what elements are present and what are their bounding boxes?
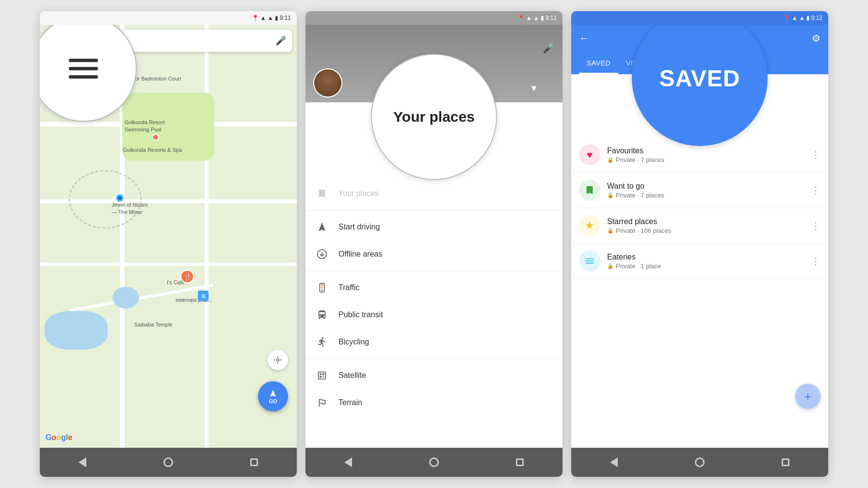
status-bar-saved: 📍 ▲ ▲ ▮ 9:12 bbox=[571, 11, 828, 25]
status-icons-menu: 📍 ▲ ▲ ▮ 9:11 bbox=[517, 15, 557, 21]
screen-map: 📍 ▲ ▲ ▮ 9:11 bbox=[40, 11, 297, 477]
battery-icon-saved: ▮ bbox=[806, 15, 810, 21]
wifi-icon-menu: ▲ bbox=[526, 15, 532, 21]
want-to-go-title: Want to go bbox=[607, 182, 811, 191]
place-pin-jewel bbox=[115, 193, 125, 203]
status-bar-menu: 📍 ▲ ▲ ▮ 9:11 bbox=[305, 11, 563, 25]
map-label-minar: — The Minar bbox=[112, 209, 142, 215]
water-body-2 bbox=[113, 287, 139, 309]
home-button-saved[interactable] bbox=[690, 453, 709, 472]
menu-label-transit: Public transit bbox=[338, 310, 383, 319]
eateries-icon-circle bbox=[579, 250, 600, 272]
menu-label-terrain: Terrain bbox=[338, 398, 362, 407]
menu-item-bicycling[interactable]: Bicycling bbox=[305, 328, 563, 356]
menu-item-transit[interactable]: Public transit bbox=[305, 301, 563, 328]
more-button-starred[interactable]: ⋮ bbox=[811, 220, 820, 231]
list-item-starred[interactable]: ★ Starred places 🔒 Private · 106 places … bbox=[571, 208, 828, 244]
screen-menu: 📍 ▲ ▲ ▮ 9:11 🎤 ▼ Your places bbox=[305, 11, 563, 477]
recent-button-menu[interactable] bbox=[510, 453, 530, 472]
user-avatar bbox=[313, 68, 342, 98]
add-label: + bbox=[804, 389, 811, 404]
list-item-want-to-go[interactable]: Want to go 🔒 Private · 7 places ⋮ bbox=[571, 173, 828, 208]
back-button-saved[interactable]: ← bbox=[579, 32, 590, 45]
menu-item-satellite[interactable]: Satellite bbox=[305, 362, 563, 389]
hamburger-lines bbox=[69, 59, 98, 79]
want-to-go-icon-circle bbox=[579, 179, 600, 201]
tab-saved[interactable]: SAVED bbox=[579, 59, 618, 74]
recent-button-map[interactable] bbox=[244, 453, 264, 472]
signal-icon-saved: ▲ bbox=[799, 15, 805, 21]
menu-label-bicycling: Bicycling bbox=[338, 338, 369, 346]
menu-label-start-driving: Start driving bbox=[338, 223, 380, 231]
pin-inner bbox=[118, 196, 122, 200]
back-button-saved-nav[interactable] bbox=[604, 453, 624, 472]
screen-saved: 📍 ▲ ▲ ▮ 9:12 ← ⚙ SAVED VISITED MA… SA bbox=[571, 11, 828, 477]
menu-item-traffic[interactable]: Traffic bbox=[305, 274, 563, 301]
back-button-menu[interactable] bbox=[338, 453, 358, 472]
menu-item-your-places[interactable]: Your places bbox=[305, 180, 563, 207]
home-button-menu[interactable] bbox=[424, 453, 444, 472]
lock-icon-fav: 🔒 bbox=[607, 157, 614, 163]
want-to-go-info: Want to go 🔒 Private · 7 places bbox=[607, 182, 811, 199]
mic-icon-menu[interactable]: 🎤 bbox=[543, 42, 555, 54]
go-label: GO bbox=[269, 398, 277, 404]
road-v2 bbox=[205, 25, 209, 448]
go-fab-button[interactable]: GO bbox=[258, 381, 288, 411]
starred-icon-circle: ★ bbox=[579, 215, 600, 236]
separator-2 bbox=[305, 271, 563, 271]
map-content: Indoor Badminton Court Golkonda Resort S… bbox=[40, 25, 297, 448]
transit-icon bbox=[315, 308, 329, 322]
status-icons-saved: 📍 ▲ ▲ ▮ 9:12 bbox=[783, 15, 822, 21]
separator-3 bbox=[305, 358, 563, 359]
hamburger-line-2 bbox=[69, 67, 98, 70]
back-icon-map bbox=[79, 457, 86, 467]
google-logo: Google bbox=[46, 433, 72, 442]
menu-content: 🎤 ▼ Your places Your places St bbox=[305, 25, 563, 448]
signal-icon-menu: ▲ bbox=[533, 15, 539, 21]
svg-point-7 bbox=[321, 284, 323, 286]
bookmark-icon bbox=[315, 187, 329, 200]
avatar-face bbox=[314, 69, 341, 97]
dropdown-arrow[interactable]: ▼ bbox=[530, 83, 538, 94]
starred-info: Starred places 🔒 Private · 106 places bbox=[607, 217, 811, 234]
home-icon-map bbox=[163, 457, 173, 467]
svg-rect-11 bbox=[322, 373, 324, 375]
list-item-eateries[interactable]: Eateries 🔒 Private · 1 place ⋮ bbox=[571, 244, 828, 279]
bottom-nav-menu bbox=[305, 448, 563, 477]
menu-item-offline[interactable]: Offline areas bbox=[305, 241, 563, 268]
home-icon-menu bbox=[429, 457, 439, 467]
traffic-icon bbox=[315, 281, 329, 294]
recent-icon-saved bbox=[782, 458, 789, 466]
mic-icon[interactable]: 🎤 bbox=[275, 35, 286, 46]
settings-button-saved[interactable]: ⚙ bbox=[812, 33, 820, 44]
location-status-icon-menu: 📍 bbox=[517, 15, 525, 21]
svg-rect-12 bbox=[320, 376, 321, 378]
location-status-icon-saved: 📍 bbox=[783, 15, 790, 21]
time-menu: 9:11 bbox=[546, 15, 557, 21]
starred-title: Starred places bbox=[607, 217, 811, 226]
saved-circle-text: SAVED bbox=[659, 65, 740, 92]
star-icon: ★ bbox=[585, 219, 595, 232]
back-button-map[interactable] bbox=[73, 453, 92, 472]
bottom-nav-map bbox=[40, 448, 297, 477]
lock-icon-starred: 🔒 bbox=[607, 228, 614, 234]
more-button-fav[interactable]: ⋮ bbox=[811, 149, 820, 161]
more-button-wtg[interactable]: ⋮ bbox=[811, 184, 820, 196]
menu-item-start-driving[interactable]: Start driving bbox=[305, 213, 563, 241]
satellite-icon bbox=[315, 369, 329, 382]
recent-button-saved[interactable] bbox=[776, 453, 795, 472]
recent-icon-menu bbox=[516, 458, 524, 466]
menu-item-terrain[interactable]: Terrain bbox=[305, 389, 563, 416]
path-area bbox=[69, 170, 142, 228]
eateries-title: Eateries bbox=[607, 253, 811, 261]
list-icon-eateries bbox=[584, 256, 595, 266]
home-button-map[interactable] bbox=[159, 453, 178, 472]
more-button-eateries[interactable]: ⋮ bbox=[811, 255, 820, 267]
location-button[interactable] bbox=[268, 350, 288, 370]
location-status-icon: 📍 bbox=[252, 15, 259, 21]
add-fab-button[interactable]: + bbox=[795, 384, 820, 409]
hamburger-line-3 bbox=[69, 75, 98, 79]
status-bar-map: 📍 ▲ ▲ ▮ 9:11 bbox=[40, 11, 297, 25]
map-label-jewel: Jewel of Nizam bbox=[112, 202, 148, 208]
saved-content: ← ⚙ SAVED VISITED MA… SAVED ♥ bbox=[571, 25, 828, 448]
